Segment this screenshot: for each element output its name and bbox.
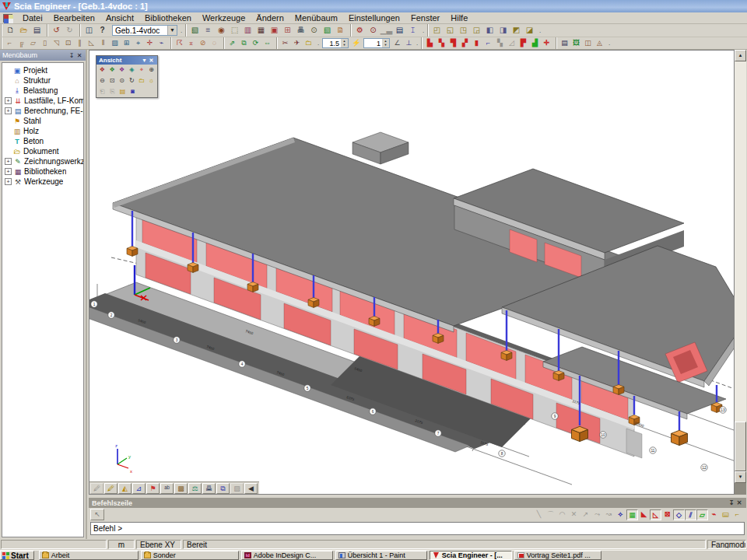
close-icon[interactable]: ✕	[148, 58, 155, 64]
document-window-icon[interactable]	[3, 14, 12, 23]
chevron-down-icon[interactable]: ▼	[141, 58, 148, 63]
chart-icon[interactable]: ▁▃	[380, 25, 393, 37]
plane-icon[interactable]: ✈	[291, 38, 303, 48]
flag-icon[interactable]: ⚑	[146, 483, 160, 494]
expand-icon[interactable]: +	[5, 107, 12, 114]
scale-apply-icon[interactable]: ⚡	[350, 38, 362, 48]
toolbox-icon[interactable]: 🖴	[720, 509, 731, 520]
gallery-icon[interactable]: ▦	[254, 25, 268, 37]
snap-node-icon[interactable]: ◇	[673, 509, 685, 520]
pin-icon[interactable]: ↧	[68, 52, 75, 59]
printer-icon[interactable]: 🖶	[202, 483, 216, 494]
deselect-icon[interactable]: ⊘	[197, 38, 209, 48]
beam-icon[interactable]: ⌐	[4, 38, 16, 48]
load-temp-icon[interactable]: ▮	[471, 38, 482, 48]
load-group-icon[interactable]: ▟	[529, 38, 541, 48]
view-y-icon[interactable]: ❖	[107, 65, 117, 75]
filter-1-icon[interactable]: ◫	[582, 38, 594, 48]
spinner-arrows-icon[interactable]: ▲▼	[382, 39, 389, 47]
status-snap-mode[interactable]: Fangmodus	[707, 540, 746, 549]
task-arbeit[interactable]: Arbeit	[39, 551, 139, 560]
clipboard-icon[interactable]: ▥	[241, 25, 254, 37]
folder-yellow-icon[interactable]: 🗀	[303, 38, 314, 48]
tree-item-lastfaelle[interactable]: +⇊Lastfälle, LF-Kombinationen	[2, 96, 83, 106]
haunch-icon[interactable]: ◺	[86, 38, 97, 48]
tree-item-beton[interactable]: TBeton	[2, 136, 83, 146]
copy-icon[interactable]: ⧉	[238, 38, 250, 48]
tree-item-projekt[interactable]: ▣Projekt	[2, 65, 83, 75]
snap-endpoint-icon[interactable]: ◣	[638, 509, 650, 520]
load-point-icon[interactable]: ▙	[424, 38, 436, 48]
diagram-icon[interactable]: ⊿	[132, 483, 146, 494]
count-spinner[interactable]: 1 ▲▼	[363, 38, 390, 48]
start-button[interactable]: Start	[0, 551, 34, 560]
cursor-arrow-icon[interactable]: ↖	[90, 509, 104, 520]
mirror-icon[interactable]: ⇔	[261, 38, 273, 48]
view-window-4-icon[interactable]: ◲	[470, 25, 483, 37]
prev-view-icon[interactable]: ⎗	[97, 87, 107, 96]
measure-icon[interactable]: ⚖	[188, 483, 202, 494]
chevron-down-icon[interactable]: ▼	[167, 26, 177, 35]
view-window-7-icon[interactable]: ◩	[510, 25, 523, 37]
window-icon[interactable]: ◫	[82, 25, 96, 37]
node-icon[interactable]: ⌖	[132, 38, 144, 48]
view-window-1-icon[interactable]: ◰	[430, 25, 444, 37]
expand-icon[interactable]: +	[5, 97, 12, 104]
view-axo-icon[interactable]: ◈	[127, 65, 137, 75]
info-icon[interactable]: 𝙸	[406, 25, 419, 37]
column-icon[interactable]: ╔	[16, 38, 27, 48]
view-window-8-icon[interactable]: ◪	[523, 25, 536, 37]
task-indesign[interactable]: Id Adobe InDesign C...	[241, 551, 333, 560]
undo-icon[interactable]: ↺	[50, 25, 63, 37]
cursor-snap-icon[interactable]: ⟡	[615, 509, 626, 520]
snap-ortho-icon[interactable]: ⌁	[708, 509, 720, 520]
redo-icon[interactable]: ↻	[63, 25, 76, 37]
render-mode-icon[interactable]: ▩	[174, 483, 188, 494]
link-icon[interactable]: ⌁	[156, 38, 167, 48]
tree-item-berechnung[interactable]: +▤Berechnung, FE-Netz	[2, 106, 83, 116]
lasso-icon[interactable]: ◌	[209, 38, 220, 48]
tree-item-holz[interactable]: ▥Holz	[2, 126, 83, 136]
save-view-icon[interactable]: ▤	[559, 38, 570, 48]
link-off-icon[interactable]: 🖉	[90, 483, 103, 494]
load-wind-icon[interactable]: ▚	[494, 38, 506, 48]
load-snow-icon[interactable]: ◿	[506, 38, 517, 48]
point-tool-icon[interactable]: ↗	[580, 509, 591, 520]
plate-icon[interactable]: ▱	[27, 38, 39, 48]
load-moment-icon[interactable]: ⌐	[482, 38, 494, 48]
collapse-left-icon[interactable]: ◀	[244, 483, 258, 494]
truss-icon[interactable]: ▨	[109, 38, 121, 48]
angle-icon[interactable]: ∠	[391, 38, 403, 48]
new-file-icon[interactable]: 🗋	[4, 25, 17, 37]
scroll-up-icon[interactable]: ▲	[735, 50, 746, 61]
snap-surface-icon[interactable]: ▱	[696, 509, 708, 520]
view-z-icon[interactable]: ❖	[117, 65, 127, 75]
scroll-down-icon[interactable]: ▼	[735, 471, 746, 483]
selection-icon[interactable]: ⬚	[228, 25, 241, 37]
menu-bibliotheken[interactable]: Bibliotheken	[139, 12, 197, 23]
search-icon[interactable]: ⊙	[366, 25, 380, 37]
shell-icon[interactable]: ◹	[51, 38, 62, 48]
view-x-icon[interactable]: ❖	[97, 65, 107, 75]
text-label-icon[interactable]: ᵃᵇ	[160, 483, 174, 494]
link-on-icon[interactable]: 🖉	[104, 483, 117, 494]
project-icon[interactable]: ▧	[188, 25, 202, 37]
clip-box-icon[interactable]: 🗀	[137, 76, 147, 86]
results-icon[interactable]: ▤	[393, 25, 406, 37]
preview-icon[interactable]: ⊙	[307, 25, 321, 37]
wireframe-icon[interactable]: ▤	[117, 87, 128, 96]
frame-icon[interactable]: ⊞	[121, 38, 132, 48]
spline-tool-icon[interactable]: ↝	[603, 509, 615, 520]
load-line-icon[interactable]: ▚	[436, 38, 447, 48]
tree-item-struktur[interactable]: ⌂Struktur	[2, 75, 83, 86]
zoom-all-icon[interactable]: ⊙	[117, 76, 127, 86]
filter-2-icon[interactable]: ◬	[594, 38, 605, 48]
close-icon[interactable]: ✕	[75, 52, 83, 59]
document-combo[interactable]: Geb.1-4vdoc ▼	[112, 25, 177, 36]
delete-tool-icon[interactable]: ✕	[568, 509, 580, 520]
load-target-icon[interactable]: ✛	[541, 38, 552, 48]
scrollbar-thumb[interactable]	[735, 422, 746, 471]
render-icon[interactable]: ◙	[128, 87, 138, 96]
tree-item-belastung[interactable]: ⤓Belastung	[2, 86, 83, 96]
rotate-icon[interactable]: ⟳	[250, 38, 261, 48]
